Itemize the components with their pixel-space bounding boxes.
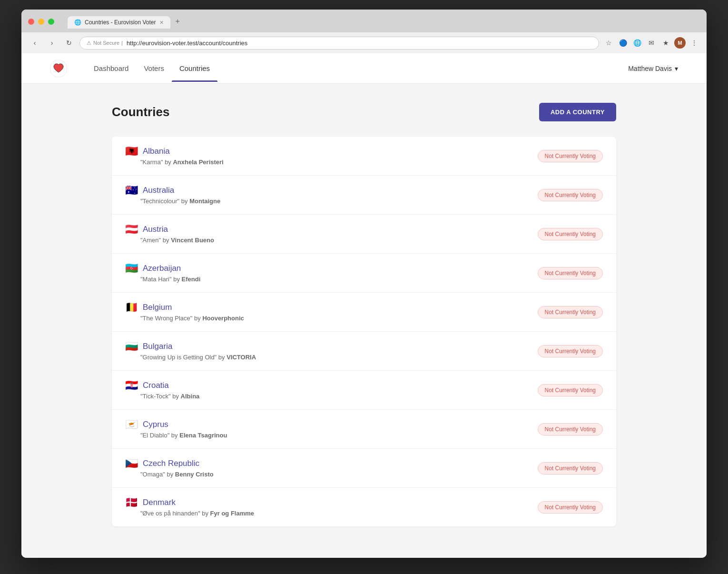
country-info: 🇦🇺 Australia "Technicolour" by Montaigne bbox=[125, 185, 220, 205]
main-content: Countries ADD A COUNTRY 🇦🇱 Albania "Karm… bbox=[102, 84, 626, 545]
new-tab-button[interactable]: + bbox=[170, 14, 184, 29]
status-badge: Not Currently Voting bbox=[538, 267, 603, 279]
country-row: 🇧🇪 Belgium "The Wrong Place" by Hooverph… bbox=[112, 293, 616, 332]
country-name-row: 🇧🇬 Bulgaria bbox=[125, 341, 256, 352]
status-badge: Not Currently Voting bbox=[538, 462, 603, 475]
country-row: 🇨🇾 Cyprus "El Diablo" by Elena Tsagrinou… bbox=[112, 410, 616, 449]
country-row: 🇧🇬 Bulgaria "Growing Up is Getting Old" … bbox=[112, 332, 616, 371]
nav-user[interactable]: Matthew Davis ▾ bbox=[628, 65, 678, 72]
status-badge: Not Currently Voting bbox=[538, 384, 603, 396]
reload-button[interactable]: ↻ bbox=[62, 36, 76, 49]
country-flag: 🇩🇰 bbox=[125, 497, 138, 508]
country-song: "Growing Up is Getting Old" by VICTORIA bbox=[125, 354, 256, 361]
country-info: 🇩🇰 Denmark "Øve os på hinanden" by Fyr o… bbox=[125, 497, 254, 517]
country-name[interactable]: Belgium bbox=[143, 303, 172, 312]
tab-close-icon[interactable]: ✕ bbox=[159, 20, 164, 26]
country-row: 🇩🇰 Denmark "Øve os på hinanden" by Fyr o… bbox=[112, 488, 616, 526]
country-name[interactable]: Croatia bbox=[143, 381, 169, 390]
minimize-button[interactable] bbox=[38, 19, 44, 25]
extension-icon-2[interactable]: 🌐 bbox=[631, 37, 643, 49]
country-name[interactable]: Australia bbox=[143, 186, 174, 195]
country-row: 🇦🇺 Australia "Technicolour" by Montaigne… bbox=[112, 176, 616, 215]
country-song: "Technicolour" by Montaigne bbox=[125, 198, 220, 205]
country-name-row: 🇨🇿 Czech Republic bbox=[125, 458, 214, 469]
country-flag: 🇨🇿 bbox=[125, 458, 138, 469]
country-name-row: 🇦🇺 Australia bbox=[125, 185, 220, 196]
extension-icon-3[interactable]: ✉ bbox=[646, 37, 657, 49]
country-flag: 🇧🇪 bbox=[125, 302, 138, 313]
status-badge: Not Currently Voting bbox=[538, 345, 603, 357]
maximize-button[interactable] bbox=[48, 19, 54, 25]
country-name[interactable]: Denmark bbox=[143, 498, 176, 507]
app-navbar: Dashboard Voters Countries Matthew Davis… bbox=[21, 53, 707, 84]
country-song: "Omaga" by Benny Cristo bbox=[125, 471, 214, 478]
warning-icon: ⚠ bbox=[87, 40, 91, 46]
country-name-row: 🇭🇷 Croatia bbox=[125, 380, 199, 391]
extension-icon-1[interactable]: 🔵 bbox=[617, 37, 629, 49]
close-button[interactable] bbox=[28, 19, 34, 25]
country-info: 🇨🇾 Cyprus "El Diablo" by Elena Tsagrinou bbox=[125, 419, 227, 439]
country-flag: 🇦🇺 bbox=[125, 185, 138, 196]
add-country-button[interactable]: ADD A COUNTRY bbox=[539, 103, 616, 121]
country-name[interactable]: Austria bbox=[143, 225, 168, 234]
address-bar[interactable]: ⚠ Not Secure | http://eurovision-voter.t… bbox=[79, 37, 599, 49]
country-name-row: 🇩🇰 Denmark bbox=[125, 497, 254, 508]
extension-icon-4[interactable]: ★ bbox=[660, 37, 671, 49]
country-song: "Tick-Tock" by Albina bbox=[125, 393, 199, 400]
country-name[interactable]: Cyprus bbox=[143, 420, 168, 429]
country-info: 🇨🇿 Czech Republic "Omaga" by Benny Crist… bbox=[125, 458, 214, 478]
country-flag: 🇦🇿 bbox=[125, 263, 138, 274]
country-flag: 🇨🇾 bbox=[125, 419, 138, 430]
toolbar-icons: ☆ 🔵 🌐 ✉ ★ M ⋮ bbox=[603, 37, 700, 49]
country-row: 🇦🇿 Azerbaijan "Mata Hari" by Efendi Not … bbox=[112, 254, 616, 293]
user-dropdown-icon: ▾ bbox=[675, 65, 678, 72]
menu-icon[interactable]: ⋮ bbox=[689, 37, 700, 49]
nav-countries[interactable]: Countries bbox=[172, 55, 217, 82]
nav-links: Dashboard Voters Countries bbox=[86, 55, 628, 82]
country-row: 🇨🇿 Czech Republic "Omaga" by Benny Crist… bbox=[112, 449, 616, 488]
countries-list: 🇦🇱 Albania "Karma" by Anxhela Peristeri … bbox=[112, 137, 616, 526]
country-flag: 🇧🇬 bbox=[125, 341, 138, 352]
country-flag: 🇭🇷 bbox=[125, 380, 138, 391]
country-song: "The Wrong Place" by Hooverphonic bbox=[125, 315, 244, 322]
page-header: Countries ADD A COUNTRY bbox=[112, 103, 616, 121]
country-song: "Øve os på hinanden" by Fyr og Flamme bbox=[125, 510, 254, 517]
country-flag: 🇦🇱 bbox=[125, 146, 138, 157]
country-name[interactable]: Czech Republic bbox=[143, 459, 199, 468]
country-name-row: 🇦🇱 Albania bbox=[125, 146, 224, 157]
nav-dashboard[interactable]: Dashboard bbox=[86, 55, 136, 82]
country-name-row: 🇦🇿 Azerbaijan bbox=[125, 263, 200, 274]
active-tab[interactable]: 🌐 Countries - Eurovision Voter ✕ bbox=[68, 16, 170, 29]
url-display: http://eurovision-voter.test/account/cou… bbox=[127, 40, 247, 47]
browser-toolbar: ‹ › ↻ ⚠ Not Secure | http://eurovision-v… bbox=[21, 32, 707, 53]
status-badge: Not Currently Voting bbox=[538, 423, 603, 435]
country-name[interactable]: Bulgaria bbox=[143, 342, 172, 351]
tab-favicon: 🌐 bbox=[74, 19, 81, 26]
country-info: 🇧🇪 Belgium "The Wrong Place" by Hooverph… bbox=[125, 302, 244, 322]
country-info: 🇦🇱 Albania "Karma" by Anxhela Peristeri bbox=[125, 146, 224, 166]
country-name-row: 🇨🇾 Cyprus bbox=[125, 419, 227, 430]
country-name-row: 🇧🇪 Belgium bbox=[125, 302, 244, 313]
country-name[interactable]: Albania bbox=[143, 147, 170, 156]
country-row: 🇦🇱 Albania "Karma" by Anxhela Peristeri … bbox=[112, 137, 616, 176]
user-name: Matthew Davis bbox=[628, 65, 672, 72]
country-song: "El Diablo" by Elena Tsagrinou bbox=[125, 432, 227, 439]
country-name[interactable]: Azerbaijan bbox=[143, 264, 181, 273]
back-button[interactable]: ‹ bbox=[28, 36, 41, 49]
forward-button[interactable]: › bbox=[45, 36, 59, 49]
nav-voters[interactable]: Voters bbox=[136, 55, 172, 82]
country-song: "Amen" by Vincent Bueno bbox=[125, 237, 214, 244]
status-badge: Not Currently Voting bbox=[538, 150, 603, 162]
profile-avatar[interactable]: M bbox=[674, 37, 686, 49]
status-badge: Not Currently Voting bbox=[538, 306, 603, 318]
page-title: Countries bbox=[112, 105, 169, 119]
country-song: "Mata Hari" by Efendi bbox=[125, 276, 200, 283]
country-name-row: 🇦🇹 Austria bbox=[125, 224, 214, 235]
country-info: 🇦🇿 Azerbaijan "Mata Hari" by Efendi bbox=[125, 263, 200, 283]
country-info: 🇦🇹 Austria "Amen" by Vincent Bueno bbox=[125, 224, 214, 244]
status-badge: Not Currently Voting bbox=[538, 189, 603, 201]
status-badge: Not Currently Voting bbox=[538, 228, 603, 240]
bookmark-icon[interactable]: ☆ bbox=[603, 37, 614, 49]
app-container: Dashboard Voters Countries Matthew Davis… bbox=[21, 53, 707, 558]
app-logo[interactable] bbox=[50, 60, 67, 77]
